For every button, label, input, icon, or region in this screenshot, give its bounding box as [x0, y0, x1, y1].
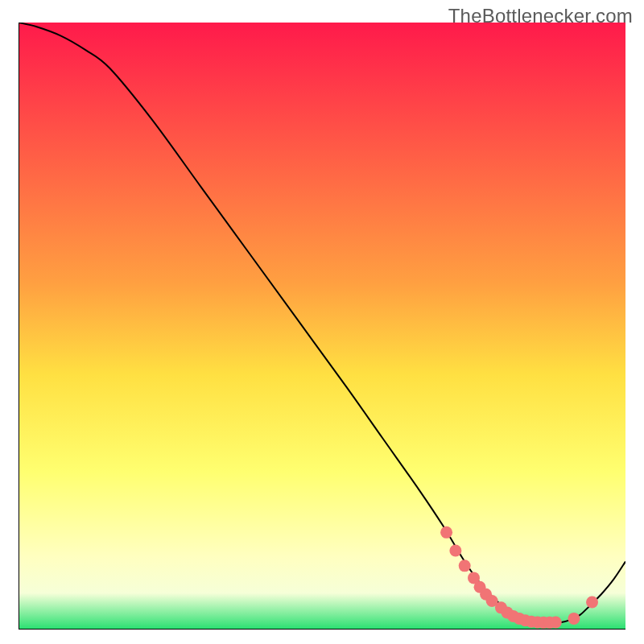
plot-area	[19, 23, 625, 630]
curve-marker	[550, 616, 562, 628]
curve-marker	[440, 526, 452, 539]
curve-marker	[449, 544, 461, 556]
bottleneck-chart	[19, 23, 625, 630]
curve-marker	[459, 559, 471, 572]
chart-frame: TheBottlenecker.com	[0, 0, 644, 644]
curve-marker	[586, 597, 598, 609]
gradient-background	[19, 23, 625, 630]
curve-marker	[568, 613, 580, 625]
